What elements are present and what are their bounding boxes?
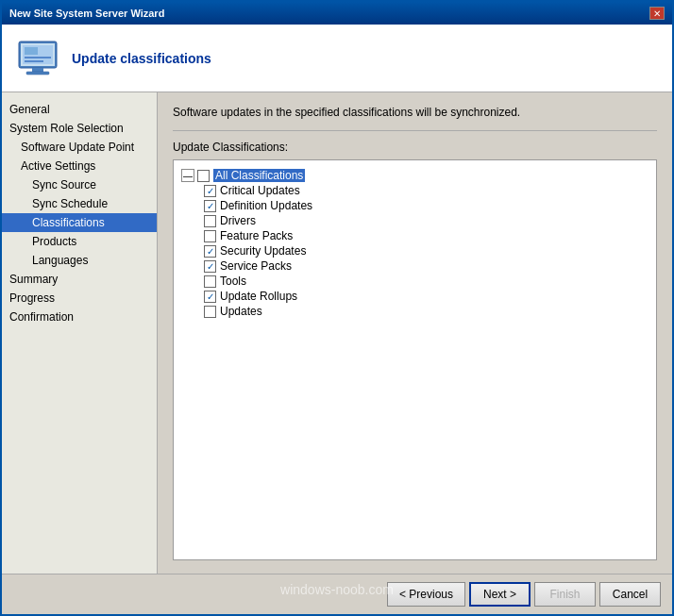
content-area: General System Role Selection Software U… [2, 92, 672, 574]
previous-button[interactable]: < Previous [387, 582, 465, 607]
tree-item-feature-packs[interactable]: Feature Packs [204, 228, 649, 243]
wizard-icon [15, 36, 60, 81]
sidebar-item-active-settings[interactable]: Active Settings [2, 157, 157, 175]
drivers-label: Drivers [220, 214, 256, 227]
next-button[interactable]: Next > [469, 582, 531, 607]
svg-rect-7 [25, 60, 43, 62]
tree-item-critical-updates[interactable]: ✓ Critical Updates [204, 183, 649, 198]
separator [173, 130, 657, 131]
definition-updates-checkbox[interactable]: ✓ [204, 200, 216, 212]
updates-label: Updates [220, 305, 262, 318]
wizard-header: Update classifications [2, 25, 672, 92]
main-content: Software updates in the specified classi… [158, 92, 672, 574]
sidebar-item-confirmation[interactable]: Confirmation [2, 308, 157, 326]
tree-children: ✓ Critical Updates ✓ Definition Updates … [181, 183, 649, 319]
tree-item-updates[interactable]: Updates [204, 304, 649, 319]
all-classifications-label: All Classifications [213, 169, 305, 182]
service-packs-label: Service Packs [220, 259, 292, 273]
classifications-panel: — All Classifications ✓ Critical Updates… [173, 159, 657, 560]
tree-item-service-packs[interactable]: ✓ Service Packs [204, 258, 649, 274]
cancel-button[interactable]: Cancel [599, 582, 661, 607]
feature-packs-label: Feature Packs [220, 229, 293, 242]
wizard-window: New Site System Server Wizard ✕ Update c… [0, 0, 674, 616]
service-packs-checkbox[interactable]: ✓ [204, 260, 216, 273]
description-text: Software updates in the specified classi… [173, 106, 657, 119]
critical-updates-label: Critical Updates [220, 184, 300, 197]
tree-item-tools[interactable]: Tools [204, 274, 649, 289]
sidebar-item-summary[interactable]: Summary [2, 270, 157, 289]
svg-rect-5 [25, 47, 38, 55]
tree-item-drivers[interactable]: Drivers [204, 213, 649, 228]
panel-label: Update Classifications: [173, 141, 657, 154]
sidebar-item-sync-source[interactable]: Sync Source [2, 175, 157, 194]
critical-updates-checkbox[interactable]: ✓ [204, 185, 216, 197]
expand-button[interactable]: — [181, 169, 194, 182]
tree-item-update-rollups[interactable]: ✓ Update Rollups [204, 289, 649, 304]
sidebar-item-classifications[interactable]: Classifications [2, 213, 157, 232]
updates-checkbox[interactable] [204, 306, 216, 318]
tools-checkbox[interactable] [204, 275, 216, 288]
svg-rect-3 [26, 72, 49, 75]
sidebar-item-system-role-selection[interactable]: System Role Selection [2, 119, 157, 138]
sidebar-item-progress[interactable]: Progress [2, 289, 157, 308]
sidebar-item-software-update-point[interactable]: Software Update Point [2, 138, 157, 157]
definition-updates-label: Definition Updates [220, 199, 312, 212]
tree-item-definition-updates[interactable]: ✓ Definition Updates [204, 198, 649, 213]
update-rollups-label: Update Rollups [220, 290, 297, 303]
finish-button[interactable]: Finish [534, 582, 596, 607]
title-bar: New Site System Server Wizard ✕ [2, 2, 672, 25]
tools-label: Tools [220, 275, 246, 288]
update-rollups-checkbox[interactable]: ✓ [204, 291, 216, 303]
svg-rect-2 [32, 68, 43, 72]
sidebar-item-products[interactable]: Products [2, 232, 157, 251]
feature-packs-checkbox[interactable] [204, 230, 216, 242]
sidebar-item-general[interactable]: General [2, 100, 157, 119]
tree-root-item[interactable]: — All Classifications [181, 168, 649, 183]
sidebar: General System Role Selection Software U… [2, 92, 158, 574]
window-title: New Site System Server Wizard [9, 8, 164, 19]
footer-buttons: < Previous Next > Finish Cancel [2, 574, 672, 614]
sidebar-item-sync-schedule[interactable]: Sync Schedule [2, 194, 157, 213]
security-updates-checkbox[interactable]: ✓ [204, 245, 216, 258]
svg-rect-6 [25, 57, 51, 58]
wizard-header-title: Update classifications [72, 51, 211, 66]
drivers-checkbox[interactable] [204, 215, 216, 227]
all-classifications-checkbox[interactable] [197, 170, 210, 182]
sidebar-item-languages[interactable]: Languages [2, 251, 157, 270]
security-updates-label: Security Updates [220, 244, 306, 258]
tree-item-security-updates[interactable]: ✓ Security Updates [204, 243, 649, 258]
close-button[interactable]: ✕ [649, 7, 665, 20]
